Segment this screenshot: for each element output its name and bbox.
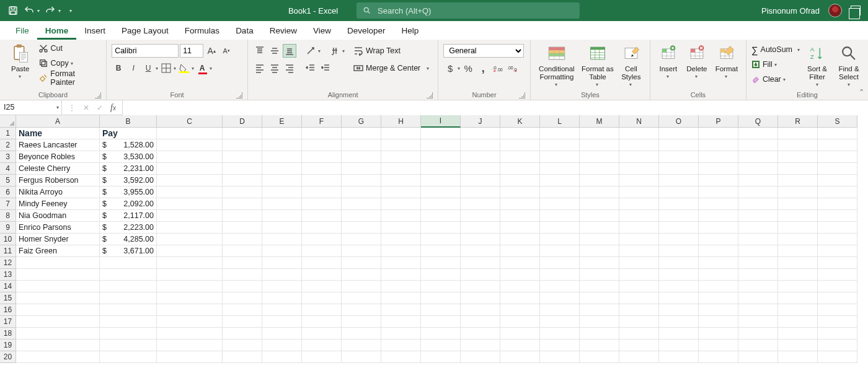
cell-K16[interactable]: [500, 304, 540, 316]
cell-H19[interactable]: [381, 339, 421, 351]
cell-P19[interactable]: [699, 339, 738, 351]
cell-O18[interactable]: [659, 328, 699, 339]
cell-K5[interactable]: [500, 175, 540, 186]
cell-L19[interactable]: [540, 339, 580, 351]
chevron-down-icon[interactable]: ▾: [342, 48, 345, 54]
font-color-icon[interactable]: A: [195, 61, 209, 75]
col-header-O[interactable]: O: [659, 115, 699, 128]
tab-view[interactable]: View: [305, 22, 339, 40]
lefttoright-icon[interactable]: [328, 44, 342, 58]
cell-I2[interactable]: [421, 139, 461, 151]
row-header-17[interactable]: 17: [0, 316, 16, 328]
cell-D18[interactable]: [223, 328, 262, 339]
dialog-launcher-icon[interactable]: [95, 92, 101, 99]
cell-Q6[interactable]: [738, 186, 778, 198]
cell-D15[interactable]: [223, 292, 262, 304]
cell-N5[interactable]: [619, 175, 659, 186]
cell-B9[interactable]: $2,223.00: [100, 222, 157, 234]
cell-S9[interactable]: [818, 222, 857, 234]
cell-S4[interactable]: [818, 163, 857, 175]
cell-D6[interactable]: [223, 186, 262, 198]
clear-button[interactable]: Clear▾: [751, 72, 800, 86]
cell-P6[interactable]: [699, 186, 738, 198]
cell-F9[interactable]: [302, 222, 342, 234]
dialog-launcher-icon[interactable]: [427, 92, 433, 99]
increase-font-icon[interactable]: A▴: [205, 44, 218, 58]
tab-help[interactable]: Help: [394, 22, 427, 40]
cell-S3[interactable]: [818, 151, 857, 163]
cell-I10[interactable]: [421, 234, 461, 245]
cell-N19[interactable]: [619, 339, 659, 351]
cell-R13[interactable]: [778, 269, 818, 281]
cell-F8[interactable]: [302, 210, 342, 222]
cell-K12[interactable]: [500, 257, 540, 269]
cell-K17[interactable]: [500, 316, 540, 328]
cancel-formula-icon[interactable]: ✕: [83, 103, 89, 112]
cell-N4[interactable]: [619, 163, 659, 175]
cell-C6[interactable]: [157, 186, 223, 198]
cell-P18[interactable]: [699, 328, 738, 339]
col-header-N[interactable]: N: [619, 115, 659, 128]
cell-S6[interactable]: [818, 186, 857, 198]
cell-G20[interactable]: [342, 351, 381, 363]
cell-B17[interactable]: [100, 316, 157, 328]
cell-E12[interactable]: [262, 257, 302, 269]
cell-K9[interactable]: [500, 222, 540, 234]
cell-F20[interactable]: [302, 351, 342, 363]
cell-C2[interactable]: [157, 139, 223, 151]
cell-J2[interactable]: [461, 139, 500, 151]
cell-P11[interactable]: [699, 245, 738, 257]
enter-formula-icon[interactable]: ✓: [97, 103, 103, 112]
cell-N14[interactable]: [619, 281, 659, 292]
cell-S8[interactable]: [818, 210, 857, 222]
font-size-input[interactable]: [180, 44, 203, 58]
cell-F2[interactable]: [302, 139, 342, 151]
cell-L14[interactable]: [540, 281, 580, 292]
cell-G9[interactable]: [342, 222, 381, 234]
cell-E16[interactable]: [262, 304, 302, 316]
increase-decimal-icon[interactable]: .0.00: [491, 61, 505, 75]
cell-B15[interactable]: [100, 292, 157, 304]
cell-L15[interactable]: [540, 292, 580, 304]
cell-J13[interactable]: [461, 269, 500, 281]
cell-C9[interactable]: [157, 222, 223, 234]
cell-M18[interactable]: [580, 328, 619, 339]
cell-Q11[interactable]: [738, 245, 778, 257]
cell-E20[interactable]: [262, 351, 302, 363]
row-header-20[interactable]: 20: [0, 351, 16, 363]
row-header-10[interactable]: 10: [0, 234, 16, 245]
align-top-icon[interactable]: [253, 44, 267, 58]
cell-F13[interactable]: [302, 269, 342, 281]
cell-F11[interactable]: [302, 245, 342, 257]
row-header-3[interactable]: 3: [0, 151, 16, 163]
cell-S13[interactable]: [818, 269, 857, 281]
col-header-H[interactable]: H: [381, 115, 421, 128]
cell-F18[interactable]: [302, 328, 342, 339]
autosum-button[interactable]: ∑AutoSum▾: [751, 43, 800, 56]
cell-M14[interactable]: [580, 281, 619, 292]
cell-E10[interactable]: [262, 234, 302, 245]
cell-B7[interactable]: $2,092.00: [100, 198, 157, 210]
row-header-5[interactable]: 5: [0, 175, 16, 186]
cell-H13[interactable]: [381, 269, 421, 281]
tab-file[interactable]: File: [7, 22, 37, 40]
cell-K19[interactable]: [500, 339, 540, 351]
cell-K8[interactable]: [500, 210, 540, 222]
cell-L6[interactable]: [540, 186, 580, 198]
cell-P4[interactable]: [699, 163, 738, 175]
cell-J14[interactable]: [461, 281, 500, 292]
row-header-4[interactable]: 4: [0, 163, 16, 175]
cell-N20[interactable]: [619, 351, 659, 363]
cell-E18[interactable]: [262, 328, 302, 339]
cell-D7[interactable]: [223, 198, 262, 210]
cell-B2[interactable]: $1,528.00: [100, 139, 157, 151]
redo-dropdown-icon[interactable]: ▾: [58, 8, 61, 14]
cell-H12[interactable]: [381, 257, 421, 269]
increase-indent-icon[interactable]: [319, 61, 332, 75]
italic-button[interactable]: I: [126, 61, 140, 75]
cell-B8[interactable]: $2,117.00: [100, 210, 157, 222]
cell-C1[interactable]: [157, 128, 223, 139]
cell-B12[interactable]: [100, 257, 157, 269]
cell-B20[interactable]: [100, 351, 157, 363]
borders-icon[interactable]: [159, 61, 173, 75]
